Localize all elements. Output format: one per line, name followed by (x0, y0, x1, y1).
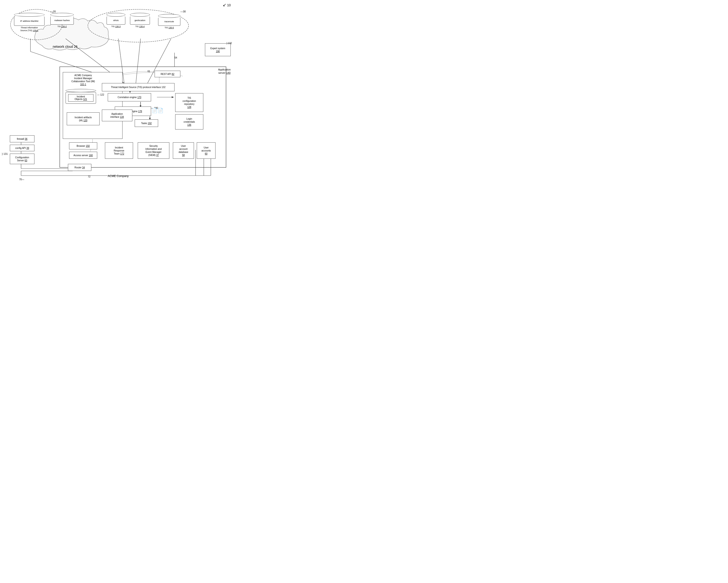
browser-box: Browser 150 (69, 142, 97, 150)
router-box: Router 34 (68, 164, 92, 171)
app-server-label: Applicationserver 140 (218, 68, 231, 75)
acme-tool-label: ACME CompanyIncident ManagerCollaboratio… (64, 74, 102, 86)
siem-box: SecurityInformation andEvent Manager(SIE… (138, 142, 170, 159)
tis-130-2: malware hashes TIS 130-2 (50, 13, 74, 28)
incident-objects-cylinder: IncidentObjects 121 (66, 89, 96, 104)
bracket-132-label: } 132 (227, 42, 232, 45)
tis-130-5: traceroute TIS 130-5 (158, 14, 180, 29)
tasks-box: Tasks 192 (135, 120, 158, 127)
tis1-label: Threat InformationSource (TIS) 130-1 (20, 26, 38, 32)
incident-response-box: IncidentResponseTeam 172 (105, 142, 133, 159)
acme-company-label: ACME Company (108, 175, 129, 178)
tis-130-4: geolocation TIS 130-4 (130, 13, 150, 28)
label-70: 70— (19, 178, 24, 181)
svg-line-8 (136, 38, 140, 83)
tis3-label: TIS 130-3 (111, 25, 121, 28)
user-accounts-box: Useraccounts60 (197, 142, 215, 159)
tis-130-3: whois TIS 130-3 (107, 13, 125, 28)
access-server-box: Access server 160 (69, 152, 97, 159)
label-61: 61 (148, 70, 150, 73)
label-54: 54 (175, 56, 177, 59)
network-cloud-label: network cloud 26 (53, 45, 78, 49)
config-server-box: ConfigurationServer 63 (10, 154, 34, 164)
incident-artifacts-box: Incident artifacts(IA) 120 (67, 112, 100, 125)
tis-130-1: IP address blacklist Threat InformationS… (14, 13, 45, 32)
document-icons: 📄📄 (152, 108, 163, 113)
label-72: 72 (88, 175, 90, 178)
expert-system-box: Expert system190 (205, 43, 231, 56)
config-api-box: config API 39 (10, 145, 34, 151)
tis-protocol-box: Threat Intelligent Source (TIS) protocol… (102, 83, 175, 91)
login-credentials-box: Logincredentials136 (175, 114, 203, 130)
tis4-label: TIS 130-4 (135, 25, 145, 28)
tis-config-box: TISconfigurationrepository128 (175, 93, 203, 112)
label-122: — 122 (97, 93, 104, 96)
user-account-db-box: Useraccountdatabase58 (173, 142, 194, 159)
app-interface-box: Applicationinterface 134 (102, 110, 132, 121)
tis5-label: TIS 130-5 (165, 26, 174, 29)
diagram-number: ↙ 10 (223, 2, 231, 8)
rest-api-box: REST API 82 (155, 71, 180, 77)
tis2-label: TIS 130-2 (57, 25, 67, 28)
diagram: ↙ 10 —20 —30 IP address blacklist Threat… (0, 0, 234, 187)
label-131: } 131 (2, 152, 8, 156)
tis-group2-label: —30 (180, 10, 186, 13)
firewall-box: firewall 36 (10, 135, 34, 142)
correlation-engine-box: Correlation engine 170 (108, 93, 151, 101)
